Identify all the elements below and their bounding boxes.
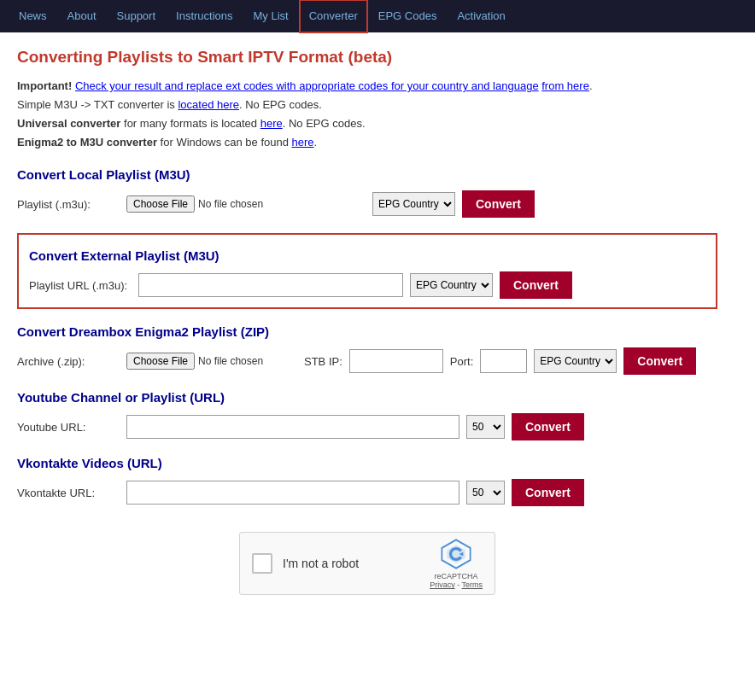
external-playlist-title-plain: Convert External Playlist bbox=[29, 248, 184, 263]
recaptcha-terms-link[interactable]: Terms bbox=[462, 580, 483, 589]
recaptcha-logo-block: reCAPTCHA Privacy - Terms bbox=[430, 538, 483, 591]
ext-codes-link[interactable]: Check your result and replace ext codes … bbox=[75, 79, 539, 92]
info-block: Important! Check your result and replace… bbox=[17, 77, 717, 152]
dreambox-epg-select[interactable]: EPG Country bbox=[534, 349, 617, 373]
youtube-row: Youtube URL: 50 25 10 Convert bbox=[17, 413, 717, 440]
nav-converter[interactable]: Converter bbox=[299, 0, 368, 33]
recaptcha-privacy-link[interactable]: Privacy bbox=[430, 580, 455, 589]
recaptcha-checkbox[interactable] bbox=[252, 553, 272, 574]
dreambox-title-bold: (ZIP) bbox=[241, 324, 269, 339]
youtube-title-plain: Youtube Channel or Playlist bbox=[17, 390, 190, 405]
vkontakte-convert-button[interactable]: Convert bbox=[512, 479, 584, 506]
recaptcha-container: I'm not a robot reCAPTCHA Privacy - Term… bbox=[17, 532, 717, 595]
youtube-title-bold: (URL) bbox=[190, 390, 225, 405]
recaptcha-label: I'm not a robot bbox=[283, 557, 359, 570]
nav-about[interactable]: About bbox=[57, 0, 107, 32]
dreambox-stbip-input[interactable] bbox=[349, 349, 443, 373]
page-title: Converting Playlists to Smart IPTV Forma… bbox=[17, 48, 717, 67]
external-playlist-title: Convert External Playlist (M3U) bbox=[29, 248, 705, 263]
enigma2-label: Enigma2 to M3U converter bbox=[17, 136, 157, 149]
enigma2-link[interactable]: here bbox=[292, 136, 314, 149]
nav-support[interactable]: Support bbox=[107, 0, 167, 32]
local-playlist-row: Playlist (.m3u): EPG Country Convert bbox=[17, 190, 717, 218]
nav-epgcodes[interactable]: EPG Codes bbox=[368, 0, 448, 32]
main-nav: News About Support Instructions My List … bbox=[0, 0, 755, 32]
nav-mylist[interactable]: My List bbox=[243, 0, 299, 32]
recaptcha-brand: reCAPTCHA Privacy - Terms bbox=[430, 572, 483, 591]
local-convert-button[interactable]: Convert bbox=[462, 190, 535, 218]
dreambox-file-wrapper bbox=[126, 353, 297, 370]
local-epg-select[interactable]: EPG Country bbox=[372, 192, 455, 216]
dreambox-stbip-label: STB IP: bbox=[304, 355, 342, 368]
youtube-section: Youtube Channel or Playlist (URL) Youtub… bbox=[17, 390, 717, 440]
local-playlist-title-plain: Convert Local Playlist bbox=[17, 167, 155, 182]
external-playlist-section: Convert External Playlist (M3U) Playlist… bbox=[17, 233, 717, 309]
recaptcha-logo-icon bbox=[440, 538, 472, 570]
local-playlist-title: Convert Local Playlist (M3U) bbox=[17, 167, 717, 182]
local-file-input[interactable] bbox=[126, 195, 366, 213]
youtube-url-label: Youtube URL: bbox=[17, 421, 120, 434]
local-playlist-label: Playlist (.m3u): bbox=[17, 198, 120, 211]
dreambox-row: Archive (.zip): STB IP: Port: EPG Countr… bbox=[17, 347, 717, 375]
m3u-converter-link[interactable]: located here bbox=[178, 98, 239, 111]
recaptcha-left: I'm not a robot bbox=[252, 553, 359, 574]
recaptcha-widget[interactable]: I'm not a robot reCAPTCHA Privacy - Term… bbox=[239, 532, 495, 595]
local-playlist-section: Convert Local Playlist (M3U) Playlist (.… bbox=[17, 167, 717, 218]
dreambox-archive-label: Archive (.zip): bbox=[17, 355, 120, 368]
universal-link[interactable]: here bbox=[260, 117, 283, 130]
universal-label: Universal converter bbox=[17, 117, 120, 130]
vkontakte-title: Vkontakte Videos (URL) bbox=[17, 456, 717, 470]
dreambox-title: Convert Dreambox Enigma2 Playlist (ZIP) bbox=[17, 324, 717, 339]
youtube-title: Youtube Channel or Playlist (URL) bbox=[17, 390, 717, 405]
external-playlist-row: Playlist URL (.m3u): EPG Country Convert bbox=[29, 271, 705, 299]
vkontakte-row: Vkontakte URL: 50 25 10 Convert bbox=[17, 479, 717, 506]
vkontakte-title-plain: Vkontakte Videos bbox=[17, 456, 127, 470]
vkontakte-section: Vkontakte Videos (URL) Vkontakte URL: 50… bbox=[17, 456, 717, 506]
vkontakte-url-label: Vkontakte URL: bbox=[17, 487, 120, 499]
important-label: Important! bbox=[17, 79, 72, 92]
vkontakte-title-bold: (URL) bbox=[127, 456, 162, 470]
dreambox-port-label: Port: bbox=[450, 355, 473, 368]
local-playlist-title-bold: (M3U) bbox=[155, 167, 190, 182]
nav-activation[interactable]: Activation bbox=[447, 0, 515, 32]
local-file-wrapper bbox=[126, 195, 366, 213]
youtube-url-input[interactable] bbox=[126, 415, 459, 439]
vkontakte-count-select[interactable]: 50 25 10 bbox=[466, 481, 505, 505]
dreambox-title-plain: Convert Dreambox Enigma2 Playlist bbox=[17, 324, 241, 339]
main-content: Converting Playlists to Smart IPTV Forma… bbox=[0, 32, 735, 610]
dreambox-section: Convert Dreambox Enigma2 Playlist (ZIP) … bbox=[17, 324, 717, 375]
external-url-input[interactable] bbox=[138, 273, 403, 297]
dreambox-convert-button[interactable]: Convert bbox=[623, 347, 696, 375]
nav-news[interactable]: News bbox=[9, 0, 57, 32]
external-playlist-title-bold: (M3U) bbox=[184, 248, 219, 263]
youtube-count-select[interactable]: 50 25 10 bbox=[466, 415, 505, 439]
nav-instructions[interactable]: Instructions bbox=[166, 0, 243, 32]
external-convert-button[interactable]: Convert bbox=[500, 271, 572, 299]
vkontakte-url-input[interactable] bbox=[126, 481, 459, 505]
dreambox-port-input[interactable] bbox=[480, 349, 527, 373]
external-playlist-label: Playlist URL (.m3u): bbox=[29, 279, 132, 292]
dreambox-file-input[interactable] bbox=[126, 353, 297, 370]
youtube-convert-button[interactable]: Convert bbox=[512, 413, 584, 440]
external-epg-select[interactable]: EPG Country bbox=[410, 273, 493, 297]
from-here-link[interactable]: from here bbox=[541, 79, 589, 92]
